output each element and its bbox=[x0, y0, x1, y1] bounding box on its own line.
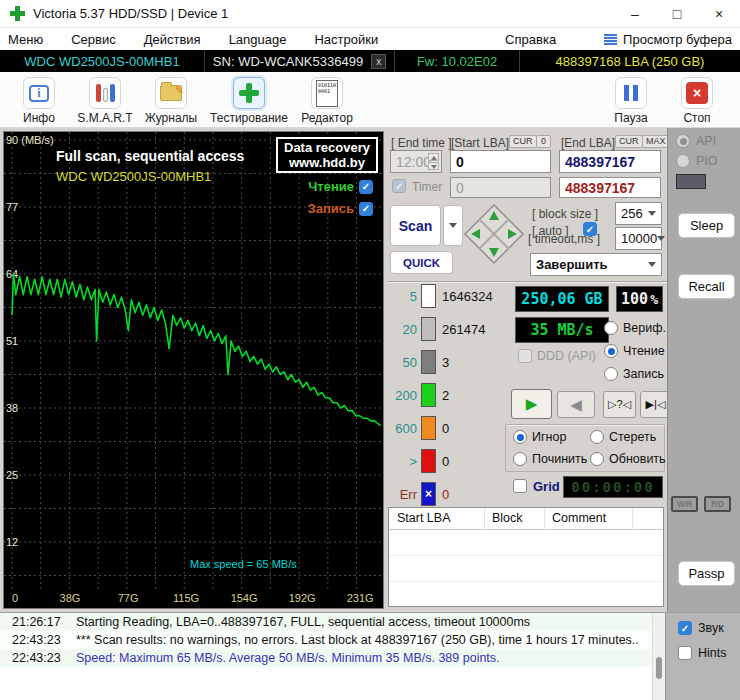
end-lba-input[interactable]: 488397167 bbox=[559, 150, 661, 173]
sound-checkbox[interactable]: Звук bbox=[678, 621, 724, 635]
start-lba-zero-button[interactable]: 0 bbox=[536, 135, 551, 148]
timeout-select[interactable]: 10000 bbox=[615, 227, 662, 250]
svg-text:231G: 231G bbox=[347, 592, 374, 604]
seek-question-button[interactable]: ▷?◁ bbox=[603, 391, 636, 418]
recall-button[interactable]: Recall bbox=[678, 274, 735, 299]
mode-verify-radio[interactable]: Вериф. bbox=[604, 321, 666, 335]
stop-button[interactable]: × Стоп bbox=[664, 76, 730, 125]
svg-text:115G: 115G bbox=[173, 592, 199, 604]
end-time-spinner[interactable]: 12:00 bbox=[390, 150, 442, 173]
grid-checkbox[interactable] bbox=[513, 479, 527, 493]
timer-input[interactable]: 0 bbox=[450, 177, 551, 198]
device-serial-tab[interactable]: SN: WD-WCANK5336499 x bbox=[205, 50, 395, 72]
pause-icon bbox=[624, 85, 638, 101]
end-lba-max-button[interactable]: MAX bbox=[642, 135, 670, 148]
svg-text:154G: 154G bbox=[231, 592, 258, 604]
device-close-button[interactable]: x bbox=[371, 54, 386, 69]
victoria-app-window: Victoria 5.37 HDD/SSD | Device 1 – □ × М… bbox=[0, 0, 740, 700]
quick-button[interactable]: QUICK bbox=[390, 251, 453, 274]
histogram-row: 50 3 bbox=[387, 349, 515, 375]
editor-button[interactable]: 010110110011101000 0001 Редактор bbox=[294, 76, 360, 125]
play-forward-button[interactable]: ▶ bbox=[511, 389, 552, 419]
play-icon: ▶ bbox=[526, 395, 538, 413]
journal-folder-icon: ✎ bbox=[160, 85, 182, 101]
start-lba-input[interactable]: 0 bbox=[450, 150, 551, 173]
action-refresh-radio[interactable]: Обновить bbox=[590, 452, 666, 466]
testing-button[interactable]: Тестирование bbox=[204, 76, 294, 125]
legend-read-label: Чтение bbox=[308, 179, 354, 194]
menu-service[interactable]: Сервис bbox=[57, 28, 130, 50]
histogram-block bbox=[421, 350, 436, 374]
menu-language[interactable]: Language bbox=[215, 28, 301, 50]
elapsed-time-display: 00:00:00 bbox=[563, 476, 663, 498]
menu-help[interactable]: Справка bbox=[491, 28, 570, 50]
after-scan-action-select[interactable]: Завершить bbox=[530, 253, 662, 276]
pause-button[interactable]: Пауза bbox=[598, 76, 664, 125]
start-lba-label: [Start LBA] bbox=[451, 136, 509, 150]
menu-actions[interactable]: Действия bbox=[130, 28, 215, 50]
ddd-api-checkbox[interactable]: DDD (API) bbox=[518, 349, 596, 363]
app-logo-icon bbox=[10, 6, 25, 21]
legend-write-checkbox[interactable] bbox=[359, 202, 373, 216]
defect-table[interactable]: Start LBA Block Comment bbox=[388, 507, 664, 607]
svg-text:25: 25 bbox=[6, 469, 18, 481]
speed-graph: 90 (MB/s)776451382512038G77G115G154G192G… bbox=[3, 131, 384, 609]
legend-write-label: Запись bbox=[308, 201, 354, 216]
scan-dropdown-button[interactable] bbox=[443, 205, 463, 246]
log-scrollbar-thumb[interactable] bbox=[656, 657, 662, 679]
histogram-row-err: Err × 0 bbox=[387, 481, 515, 507]
menu-main[interactable]: Меню bbox=[0, 28, 57, 50]
end-lba-cur-button[interactable]: CUR bbox=[615, 135, 643, 148]
error-x-icon: × bbox=[421, 482, 436, 506]
svg-text:77: 77 bbox=[6, 201, 18, 213]
action-erase-radio[interactable]: Стереть bbox=[590, 430, 656, 444]
hints-checkbox[interactable]: Hints bbox=[678, 646, 726, 660]
timer-checkbox[interactable] bbox=[392, 179, 406, 193]
histogram-block bbox=[421, 416, 436, 440]
buffer-view-button[interactable]: Просмотр буфера bbox=[604, 32, 740, 47]
block-size-label: [ block size ] bbox=[532, 207, 598, 221]
graph-title: Full scan, sequential access bbox=[56, 148, 244, 164]
device-capacity: 488397168 LBA (250 GB) bbox=[520, 50, 740, 72]
svg-text:51: 51 bbox=[6, 335, 18, 347]
back-icon: ◀ bbox=[570, 396, 582, 414]
log-list[interactable]: 21:26:17 Starting Reading, LBA=0..488397… bbox=[0, 613, 652, 700]
seek-pad[interactable] bbox=[463, 203, 525, 265]
mode-write-radio[interactable]: Запись bbox=[604, 367, 664, 381]
device-model[interactable]: WDC WD2500JS-00MHB1 bbox=[0, 50, 205, 72]
legend-read-checkbox[interactable] bbox=[359, 180, 373, 194]
defect-table-header: Start LBA Block Comment bbox=[389, 508, 663, 530]
passp-button[interactable]: Passp bbox=[678, 561, 735, 586]
logs-button[interactable]: ✎ Журналы bbox=[138, 76, 204, 125]
minimize-button[interactable]: – bbox=[614, 0, 656, 28]
log-panel: 21:26:17 Starting Reading, LBA=0..488397… bbox=[0, 612, 740, 700]
maximize-button[interactable]: □ bbox=[656, 0, 698, 28]
device-serial: SN: WD-WCANK5336499 bbox=[213, 54, 363, 69]
svg-text:192G: 192G bbox=[289, 592, 316, 604]
end-time-spin-arrows[interactable] bbox=[428, 153, 439, 170]
wr-button[interactable]: WR bbox=[671, 496, 698, 512]
start-lba-cur-button[interactable]: CUR bbox=[509, 135, 537, 148]
info-button[interactable]: i Инфо bbox=[6, 76, 72, 125]
action-repair-radio[interactable]: Починить bbox=[513, 452, 587, 466]
scan-button[interactable]: Scan bbox=[390, 205, 441, 246]
api-radio[interactable]: API bbox=[676, 134, 716, 148]
sleep-button[interactable]: Sleep bbox=[678, 213, 735, 238]
svg-text:38G: 38G bbox=[60, 592, 81, 604]
action-ignore-radio[interactable]: Игнор bbox=[513, 430, 566, 444]
svg-text:90 (MB/s): 90 (MB/s) bbox=[6, 134, 54, 146]
mode-read-radio[interactable]: Чтение bbox=[604, 344, 665, 358]
log-scrollbar[interactable] bbox=[652, 613, 665, 700]
block-size-select[interactable]: 256 bbox=[615, 202, 662, 225]
testing-cross-icon bbox=[238, 82, 260, 104]
smart-button[interactable]: S.M.A.R.T bbox=[72, 76, 138, 125]
device-firmware: Fw: 10.02E02 bbox=[395, 50, 520, 72]
graph-legend: Чтение Запись bbox=[308, 179, 373, 223]
right-sidebar: API PIO Sleep Recall WR RD Passp bbox=[667, 128, 740, 612]
menu-settings[interactable]: Настройки bbox=[300, 28, 392, 50]
watermark-hddby: Data recovery www.hdd.by bbox=[276, 137, 378, 173]
pio-radio[interactable]: PIO bbox=[676, 154, 718, 168]
rd-button[interactable]: RD bbox=[704, 496, 731, 512]
play-backward-button[interactable]: ◀ bbox=[557, 391, 595, 418]
close-button[interactable]: × bbox=[698, 0, 740, 28]
